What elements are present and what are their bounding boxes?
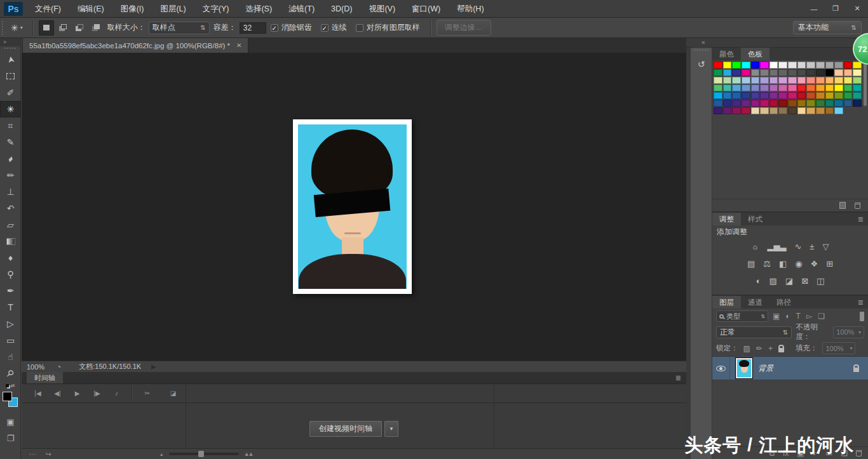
shortcut-arrow-icon[interactable]: ↪ [46,450,51,458]
swatch-2-5[interactable] [760,77,769,84]
tool-preset-picker[interactable]: ✳ ▾ [7,22,27,34]
swatch-4-0[interactable] [714,92,722,99]
swatch-1-12[interactable] [825,69,834,76]
swatch-5-7[interactable] [778,100,787,107]
swatch-1-4[interactable] [751,69,760,76]
move-tool[interactable]: ➤ [0,51,21,68]
brightness-contrast-icon[interactable]: ☼ [752,243,759,251]
swatch-5-11[interactable] [816,100,825,107]
swatch-3-0[interactable] [714,84,722,91]
sample-all-layers-checkbox[interactable] [356,24,363,32]
swatch-1-14[interactable] [844,69,853,76]
swatch-4-7[interactable] [778,92,787,99]
minimize-button[interactable]: — [803,2,825,16]
swatch-6-1[interactable] [723,107,732,114]
dodge-tool[interactable]: ⚲ [0,266,21,283]
filter-smart-objects-icon[interactable]: ❏ [818,312,825,321]
swatch-5-13[interactable] [834,100,843,107]
document-tab[interactable]: 55a1fb0a5598ef5abc3ebe1a470d62fc.jpg @ 1… [23,38,248,53]
tab-色板[interactable]: 色板 [741,48,770,60]
strip-grip[interactable] [694,50,709,53]
subtract-from-selection-button[interactable] [72,20,87,36]
swatch-2-2[interactable] [732,77,741,84]
tab-通道[interactable]: 通道 [741,296,770,309]
swatch-5-10[interactable] [806,100,815,107]
tools-collapse-button[interactable]: » [0,38,20,46]
swatch-4-4[interactable] [751,92,760,99]
swatch-0-13[interactable] [834,62,843,69]
menu-item-0[interactable]: 文件(F) [27,0,69,18]
lock-transparency-icon[interactable]: ▨ [743,345,750,352]
timeline-panel-menu-icon[interactable]: ≣ [675,374,681,382]
swatch-3-15[interactable] [853,84,862,91]
frames-icon[interactable]: ▫▫▫ [29,451,37,457]
swatch-6-5[interactable] [760,107,769,114]
sample-size-dropdown[interactable]: 取样点 ⇅ [149,22,210,34]
swatch-3-14[interactable] [844,84,853,91]
tab-图层[interactable]: 图层 [712,296,741,309]
swatch-1-1[interactable] [723,69,732,76]
lasso-tool[interactable]: ✐ [0,84,21,101]
intersect-selection-button[interactable] [88,20,104,36]
close-button[interactable]: ✕ [846,2,868,16]
layer-visibility-toggle[interactable] [712,357,730,380]
color-balance-icon[interactable]: ⚖ [763,260,771,268]
tab-路径[interactable]: 路径 [770,296,798,309]
layer-thumbnail[interactable] [736,358,752,378]
layer-name[interactable]: 背景 [758,363,773,374]
swatch-3-7[interactable] [778,84,787,91]
contiguous-checkbox[interactable]: ✓ [321,24,329,32]
swatch-4-10[interactable] [806,92,815,99]
swatch-1-9[interactable] [797,69,806,76]
zoom-out-icon[interactable]: ▲ [159,452,164,456]
swatch-5-8[interactable] [788,100,797,107]
swatch-0-9[interactable] [797,62,806,69]
levels-icon[interactable]: ▂▅▃ [767,243,786,251]
fill-dropdown[interactable]: 100% ▾ [822,342,855,354]
tab-close-icon[interactable]: ✕ [236,42,241,49]
blur-tool[interactable]: ♦ [0,249,21,266]
swatch-0-0[interactable] [714,62,722,69]
curves-icon[interactable]: ∿ [794,243,801,251]
swatch-5-15[interactable] [853,100,862,107]
swatch-0-10[interactable] [806,62,815,69]
swatch-3-13[interactable] [834,84,843,91]
history-panel-icon[interactable]: ↺ [693,57,710,72]
swatch-3-3[interactable] [742,84,750,91]
swatch-1-8[interactable] [788,69,797,76]
slider-thumb[interactable] [198,451,204,457]
menu-item-4[interactable]: 文字(Y) [194,0,238,18]
zoom-tool[interactable]: ⚲ [0,365,21,382]
swatch-2-6[interactable] [770,77,778,84]
swatch-4-1[interactable] [723,92,732,99]
swatch-3-1[interactable] [723,84,732,91]
swatch-3-9[interactable] [797,84,806,91]
swatch-1-13[interactable] [834,69,843,76]
swatch-2-4[interactable] [751,77,760,84]
swatch-4-15[interactable] [853,92,862,99]
swatch-6-3[interactable] [742,107,750,114]
swatch-4-5[interactable] [760,92,769,99]
menu-item-6[interactable]: 滤镜(T) [280,0,323,18]
menu-item-9[interactable]: 窗口(W) [403,0,449,18]
create-video-timeline-button[interactable]: 创建视频时间轴 [309,421,382,437]
swatch-6-0[interactable] [714,107,722,114]
timeline-type-dropdown[interactable]: ▼ [384,421,398,437]
split-clip-button[interactable]: ✂ [137,387,157,401]
swatch-5-3[interactable] [742,100,750,107]
selective-color-icon[interactable]: ⊠ [801,277,808,285]
swatches-scrollbar[interactable] [864,63,867,106]
hue-saturation-icon[interactable]: ▤ [747,260,755,268]
timeline-zoom-slider[interactable] [169,453,239,455]
swatch-4-2[interactable] [732,92,741,99]
panel-menu-icon[interactable]: ≣ [858,215,864,223]
swatch-4-9[interactable] [797,92,806,99]
magic-wand-tool[interactable]: ✳ [0,101,21,117]
menu-item-8[interactable]: 视图(V) [360,0,403,18]
delete-swatch-icon[interactable] [855,203,860,209]
swatch-2-10[interactable] [806,77,815,84]
lock-all-icon[interactable] [778,348,784,352]
posterize-icon[interactable]: ▨ [770,277,777,285]
swatch-0-12[interactable] [825,62,834,69]
swatch-2-7[interactable] [778,77,787,84]
